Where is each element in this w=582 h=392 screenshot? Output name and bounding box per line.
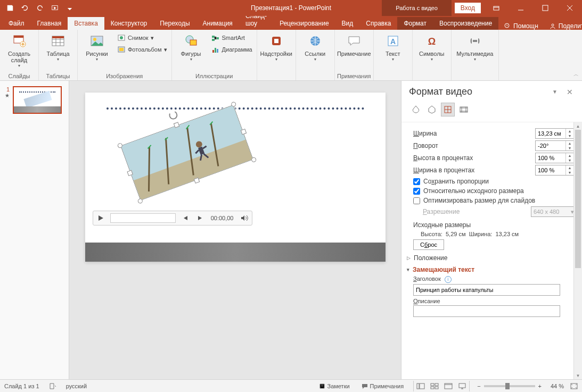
tab-design[interactable]: Конструктор: [104, 17, 153, 30]
pane-close-icon[interactable]: ✕: [565, 88, 575, 96]
play-icon[interactable]: [93, 211, 108, 226]
quick-access-toolbar: [0, 1, 77, 15]
undo-icon[interactable]: [18, 1, 32, 15]
start-from-beginning-icon[interactable]: [48, 1, 62, 15]
ribbon-display-options-icon[interactable]: [484, 0, 509, 16]
video-object[interactable]: [120, 105, 253, 201]
scale-height-spinner[interactable]: ▲▼: [535, 153, 577, 163]
scale-width-spinner[interactable]: ▲▼: [535, 165, 577, 176]
sorter-view-icon[interactable]: [428, 381, 441, 391]
scroll-down-icon[interactable]: ▼: [574, 372, 582, 379]
width-spinner[interactable]: ▲▼: [535, 128, 577, 139]
scroll-thumb[interactable]: [575, 130, 581, 268]
svg-rect-20: [216, 37, 219, 39]
tab-help[interactable]: Справка: [359, 17, 397, 30]
smartart-button[interactable]: SmartArt: [209, 32, 255, 44]
tab-transitions[interactable]: Переходы: [153, 17, 196, 30]
slideshow-view-icon[interactable]: [455, 381, 469, 391]
zoom-slider[interactable]: [484, 385, 535, 387]
maximize-icon[interactable]: [533, 0, 558, 16]
seek-track[interactable]: [110, 213, 176, 223]
size-tab-icon[interactable]: [441, 103, 455, 116]
best-scale-checkbox[interactable]: Оптимизировать размер для слайдов: [413, 197, 577, 204]
pane-options-icon[interactable]: ▼: [550, 89, 560, 95]
addins-button[interactable]: Надстройки▾: [259, 31, 293, 70]
position-section[interactable]: ▷Положение: [407, 254, 577, 262]
step-forward-icon[interactable]: [193, 211, 208, 226]
resolution-label: Разрешение: [423, 208, 531, 215]
group-text: A Текст▾: [374, 30, 413, 80]
step-back-icon[interactable]: [178, 211, 193, 226]
original-dimensions: Высота: 5,29 см Ширина: 13,23 см: [421, 231, 577, 237]
tab-file[interactable]: Файл: [2, 17, 31, 30]
minimize-icon[interactable]: [509, 0, 533, 16]
svg-rect-15: [119, 48, 124, 51]
playback-time: 00:00,00: [208, 215, 237, 221]
language-indicator[interactable]: русский: [66, 383, 87, 389]
save-icon[interactable]: [3, 1, 17, 15]
close-icon[interactable]: [558, 0, 582, 16]
animation-indicator-icon: ★: [5, 93, 10, 98]
alt-text-section[interactable]: ▾Замещающий текст: [407, 266, 577, 273]
alt-title-input[interactable]: [413, 284, 560, 296]
tell-me[interactable]: Помощн: [498, 22, 544, 30]
relative-original-checkbox[interactable]: Относительно исходного размера: [413, 187, 577, 195]
info-icon[interactable]: i: [445, 276, 452, 283]
scale-width-label: Ширина в процентах: [413, 166, 535, 174]
effects-tab-icon[interactable]: [425, 103, 439, 116]
volume-icon[interactable]: [237, 211, 252, 226]
fit-to-window-icon[interactable]: [570, 383, 578, 389]
video-tab-icon[interactable]: [457, 103, 471, 116]
lock-aspect-checkbox[interactable]: Сохранить пропорции: [413, 178, 577, 185]
alt-desc-input[interactable]: [413, 305, 560, 317]
qat-customize-icon[interactable]: [63, 1, 77, 15]
shapes-button[interactable]: Фигуры▾: [174, 31, 208, 70]
spell-check-icon[interactable]: [47, 382, 59, 390]
svg-rect-23: [217, 49, 218, 53]
text-button[interactable]: A Текст▾: [376, 31, 410, 70]
tab-home[interactable]: Главная: [31, 17, 68, 30]
svg-rect-2: [543, 5, 548, 11]
comment-button[interactable]: Примечание: [337, 31, 371, 70]
links-button[interactable]: Ссылки▾: [298, 31, 332, 70]
zoom-in-icon[interactable]: +: [538, 383, 542, 389]
notes-button[interactable]: Заметки: [317, 383, 352, 389]
collapse-ribbon-icon[interactable]: ︿: [573, 71, 579, 78]
table-button[interactable]: Таблица▾: [41, 31, 75, 70]
pane-scrollbar[interactable]: ▲ ▼: [573, 122, 582, 379]
zoom-out-icon[interactable]: −: [477, 383, 480, 389]
scroll-up-icon[interactable]: ▲: [574, 122, 582, 130]
symbols-button[interactable]: Ω Символы▾: [415, 31, 449, 70]
slide-thumbnail[interactable]: [13, 86, 62, 114]
redo-icon[interactable]: [33, 1, 47, 15]
tab-playback[interactable]: Воспроизведение: [433, 17, 498, 30]
slide-canvas[interactable]: 00:00,00: [85, 93, 386, 262]
normal-view-icon[interactable]: [414, 381, 428, 391]
tab-view[interactable]: Вид: [335, 17, 360, 30]
fill-tab-icon[interactable]: [409, 103, 423, 116]
screenshot-button[interactable]: Снимок ▾: [115, 32, 169, 44]
zoom-controls: − + 44 %: [477, 383, 578, 389]
media-button[interactable]: Мультимедиа▾: [454, 31, 496, 70]
resize-handle[interactable]: [193, 178, 200, 184]
reset-button[interactable]: Сброс: [413, 239, 444, 250]
resolution-select: 640 x 480▾: [531, 206, 577, 217]
reading-view-icon[interactable]: [441, 381, 455, 391]
new-slide-button[interactable]: Создать слайд▾: [2, 31, 36, 70]
pane-title: Формат видео: [409, 86, 550, 97]
chart-button[interactable]: Диаграмма: [209, 44, 255, 55]
rotation-spinner[interactable]: ▲▼: [535, 140, 577, 151]
format-video-pane: Формат видео ▼ ✕ Ширина▲▼ Поворот▲▼ Высо…: [401, 81, 582, 379]
tab-review[interactable]: Рецензирование: [273, 17, 335, 30]
login-button[interactable]: Вход: [455, 3, 481, 13]
photo-album-button[interactable]: Фотоальбом ▾: [115, 44, 169, 55]
slide-editor[interactable]: 00:00,00: [69, 81, 401, 379]
zoom-percentage[interactable]: 44 %: [545, 383, 564, 389]
comments-button[interactable]: Примечания: [359, 383, 406, 389]
pictures-button[interactable]: Рисунки▾: [80, 31, 114, 70]
share-button[interactable]: Поделиться: [544, 22, 582, 30]
tab-insert[interactable]: Вставка: [68, 17, 104, 30]
slide-counter[interactable]: Слайд 1 из 1: [4, 383, 39, 389]
tab-animations[interactable]: Анимация: [196, 17, 239, 30]
tab-format[interactable]: Формат: [397, 17, 433, 30]
